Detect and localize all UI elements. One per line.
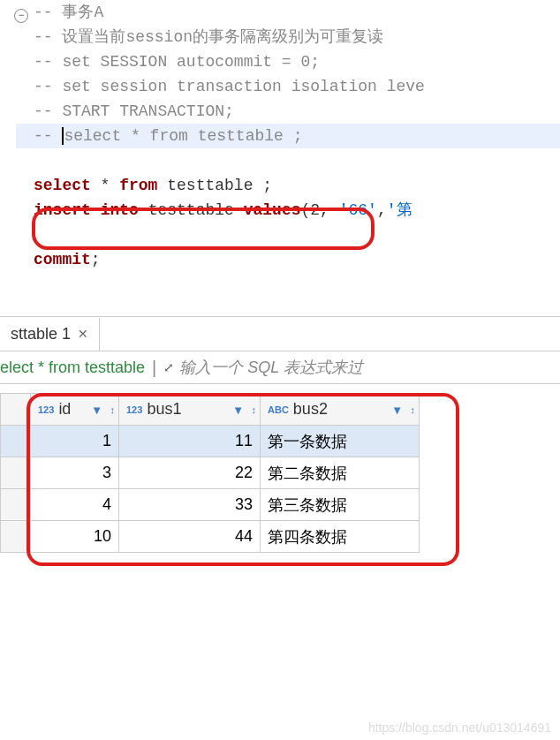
comment-prefix: -- xyxy=(34,127,62,145)
code-line-select: select * from testtable ; xyxy=(16,173,560,198)
cell-bus1[interactable]: 22 xyxy=(119,457,261,489)
code-line-active[interactable]: -- select * from testtable ; xyxy=(16,124,560,148)
star-token: * xyxy=(91,177,119,194)
semicolon: ; xyxy=(91,251,101,268)
sort-icon[interactable]: ↕ xyxy=(252,404,257,415)
code-line-blank xyxy=(16,223,560,247)
column-name: bus2 xyxy=(293,400,328,418)
number-literal: 2 xyxy=(310,201,320,219)
string-literal: '第 xyxy=(387,201,412,219)
comma: , xyxy=(377,201,387,219)
row-gutter[interactable] xyxy=(1,489,31,521)
results-tab-bar: sttable 1 ✕ xyxy=(0,316,560,351)
cell-id[interactable]: 1 xyxy=(31,426,119,457)
cell-id[interactable]: 4 xyxy=(31,489,119,521)
keyword-from: from xyxy=(119,177,157,194)
code-line: -- set session transaction isolation lev… xyxy=(16,74,560,99)
comma: , xyxy=(320,201,339,219)
type-badge-icon: 123 xyxy=(126,404,142,415)
sql-filter-input[interactable]: 输入一个 SQL 表达式来过 xyxy=(179,357,363,378)
cell-bus2[interactable]: 第二条数据 xyxy=(261,457,420,489)
tab-label: sttable 1 xyxy=(11,325,71,344)
cell-bus1[interactable]: 44 xyxy=(119,521,261,553)
table-name: testtable xyxy=(157,177,262,194)
watermark-text: https://blog.csdn.net/u013014691 xyxy=(368,721,551,735)
divider: | xyxy=(152,358,156,378)
cell-id[interactable]: 3 xyxy=(31,457,119,489)
code-line: -- set SESSION autocommit = 0; xyxy=(16,49,560,74)
code-line: -- 设置当前session的事务隔离级别为可重复读 xyxy=(16,25,560,49)
code-line: -- 事务A xyxy=(16,0,560,25)
row-gutter[interactable] xyxy=(1,521,31,553)
column-name: id xyxy=(58,400,71,418)
filter-icon[interactable]: ▼ xyxy=(232,403,244,416)
spacer xyxy=(0,272,560,316)
keyword-values: values xyxy=(244,201,301,219)
sort-icon[interactable]: ↕ xyxy=(411,404,416,415)
cell-bus1[interactable]: 33 xyxy=(119,489,261,521)
keyword-into: into xyxy=(101,201,139,219)
sort-icon[interactable]: ↕ xyxy=(110,404,116,415)
cell-bus1[interactable]: 11 xyxy=(119,426,261,457)
paren-open: ( xyxy=(300,201,310,219)
keyword-select: select xyxy=(34,177,91,194)
keyword-insert: insert xyxy=(34,201,91,219)
executed-query-text: elect * from testtable xyxy=(0,359,145,377)
table-row[interactable]: 10 44 第四条数据 xyxy=(1,521,420,553)
column-header-id[interactable]: 123 id ▼ ↕ xyxy=(31,394,119,426)
table-row[interactable]: 4 33 第三条数据 xyxy=(1,489,420,521)
code-line-blank xyxy=(16,148,560,173)
results-tab[interactable]: sttable 1 ✕ xyxy=(0,318,100,351)
semicolon: ; xyxy=(262,177,272,194)
column-name: bus1 xyxy=(147,400,181,418)
cell-bus2[interactable]: 第一条数据 xyxy=(261,426,420,457)
row-gutter[interactable] xyxy=(1,426,31,457)
query-bar: elect * from testtable | ⤢ 输入一个 SQL 表达式来… xyxy=(0,351,560,384)
code-line-insert: insert into testtable values(2, '66','第 xyxy=(16,198,560,223)
cell-id[interactable]: 10 xyxy=(31,521,119,553)
corner-cell xyxy=(1,394,31,426)
filter-icon[interactable]: ▼ xyxy=(91,403,102,416)
filter-icon[interactable]: ▼ xyxy=(391,403,403,416)
keyword-commit: commit xyxy=(34,251,91,268)
type-badge-icon: 123 xyxy=(38,404,54,415)
table-row[interactable]: 3 22 第二条数据 xyxy=(1,457,420,489)
table-row[interactable]: 1 11 第一条数据 xyxy=(1,426,420,457)
fold-marker-icon[interactable]: − xyxy=(14,9,28,23)
table-header-row: 123 id ▼ ↕ 123 bus1 ▼ ↕ ABC bus2 ▼ ↕ xyxy=(1,394,420,426)
expand-icon[interactable]: ⤢ xyxy=(163,360,172,374)
row-gutter[interactable] xyxy=(1,457,31,489)
cell-bus2[interactable]: 第四条数据 xyxy=(261,521,420,553)
results-table[interactable]: 123 id ▼ ↕ 123 bus1 ▼ ↕ ABC bus2 ▼ ↕ xyxy=(0,393,420,553)
string-literal: '66' xyxy=(339,201,377,219)
column-header-bus2[interactable]: ABC bus2 ▼ ↕ xyxy=(261,394,420,426)
sql-editor[interactable]: − -- 事务A -- 设置当前session的事务隔离级别为可重复读 -- s… xyxy=(0,0,560,272)
code-line-commit: commit; xyxy=(16,247,560,272)
column-header-bus1[interactable]: 123 bus1 ▼ ↕ xyxy=(119,394,261,426)
code-line: -- START TRANSACTION; xyxy=(16,99,560,124)
results-grid-area: 123 id ▼ ↕ 123 bus1 ▼ ↕ ABC bus2 ▼ ↕ xyxy=(0,393,560,553)
comment-text: select * from testtable ; xyxy=(62,127,302,145)
cell-bus2[interactable]: 第三条数据 xyxy=(261,489,420,521)
type-badge-icon: ABC xyxy=(268,404,289,415)
table-name: testtable xyxy=(139,201,244,219)
close-icon[interactable]: ✕ xyxy=(78,327,88,341)
